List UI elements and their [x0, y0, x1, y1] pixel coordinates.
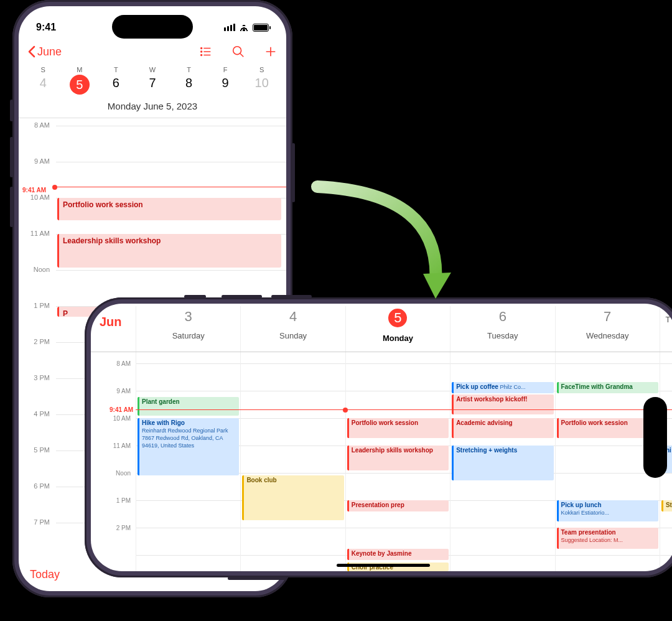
volume-button	[10, 137, 13, 177]
calendar-event[interactable]: Artist workshop kickoff!	[452, 395, 553, 414]
calendar-event[interactable]: Academic advising	[452, 418, 553, 438]
power-button	[228, 577, 287, 580]
calendar-event[interactable]: Book club	[242, 475, 343, 520]
day-number: 10	[243, 76, 280, 90]
dynamic-island	[112, 15, 193, 39]
time-column: 8 AM9 AM10 AM11 AMNoon1 PM2 PM9:41 AM	[91, 352, 136, 571]
event-title: Team presentation	[561, 529, 616, 536]
day-column-header[interactable]: 3Saturday	[136, 306, 240, 352]
day-column[interactable]: Pick up coffee Philz Co...Artist worksho…	[450, 352, 554, 571]
event-title: Student	[666, 502, 672, 508]
dow-label: M	[62, 66, 98, 73]
status-icons	[224, 24, 269, 32]
hour-label: 1 PM	[20, 302, 50, 309]
calendar-event[interactable]: Leadership skills workshop	[57, 234, 281, 268]
day-column-header[interactable]: 5Monday	[345, 306, 450, 352]
back-button[interactable]: June	[27, 45, 62, 58]
day-number: 6	[98, 76, 134, 90]
event-subtitle: Reinhardt Redwood Regional Park 7867 Red…	[142, 427, 228, 449]
svg-point-6	[233, 47, 241, 55]
hour-label: 10 AM	[113, 415, 131, 422]
day-number: 7	[134, 76, 171, 90]
calendar-event[interactable]: Pick up lunchKokkari Estiatorio...	[557, 500, 658, 521]
day-number: 9	[207, 76, 244, 90]
day-number: 3	[136, 309, 240, 325]
hour-label: 7 PM	[20, 518, 50, 526]
volume-button	[222, 295, 262, 298]
week-day-cell[interactable]: W7	[134, 66, 171, 95]
day-number: 4	[25, 76, 62, 90]
now-label: 9:41 AM	[108, 406, 134, 413]
event-subtitle: Philz Co...	[498, 384, 526, 390]
dow-label: T	[170, 66, 207, 73]
calendar-event[interactable]: Plant garden	[138, 397, 239, 416]
week-day-cell[interactable]: S10	[243, 66, 280, 95]
day-column-header[interactable]: 4Sunday	[240, 306, 345, 352]
calendar-event[interactable]: Portfolio work session	[347, 418, 449, 438]
event-title: Book club	[246, 477, 276, 483]
now-indicator	[55, 187, 286, 187]
calendar-event[interactable]: Team presentationSuggested Location: M..…	[557, 528, 658, 549]
event-title: Presentation prep	[352, 502, 404, 508]
hour-label: 9 AM	[20, 157, 50, 165]
day-name: Monday	[346, 334, 450, 343]
today-button[interactable]: Today	[30, 568, 60, 581]
calendar-event[interactable]: Leadership skills workshop	[347, 446, 449, 470]
month-label[interactable]: Jun	[91, 306, 136, 352]
hour-label: 9 AM	[116, 388, 131, 395]
week-day-cell[interactable]: F9	[207, 66, 244, 95]
event-title: Portfolio work session	[561, 419, 628, 426]
day-column[interactable]: Plant gardenHike with RigoReinhardt Redw…	[136, 352, 240, 571]
day-name: T	[660, 315, 672, 324]
day-name: Tuesday	[450, 331, 554, 340]
search-icon[interactable]	[231, 45, 245, 58]
week-header: S4M5T6W7T8F9S10	[19, 62, 286, 97]
hour-label: 2 PM	[20, 338, 50, 345]
calendar-event[interactable]: Student	[661, 500, 672, 511]
calendar-event[interactable]: Hike with RigoReinhardt Redwood Regional…	[138, 418, 239, 475]
hour-label: 6 PM	[20, 482, 50, 490]
date-label: Monday June 5, 2023	[19, 97, 286, 118]
cellular-icon	[224, 24, 235, 31]
dynamic-island	[643, 397, 667, 478]
week-day-cell[interactable]: T6	[98, 66, 134, 95]
list-icon[interactable]	[199, 45, 213, 58]
event-title: Plant garden	[142, 398, 180, 405]
event-title: Leadership skills workshop	[352, 447, 433, 454]
home-indicator[interactable]	[337, 564, 430, 567]
now-label: 9:41 AM	[22, 187, 48, 194]
event-title: Hike with Rigo	[142, 419, 185, 426]
landscape-screen: Jun 3Saturday4Sunday5Monday6Tuesday7Wedn…	[91, 304, 672, 571]
calendar-event[interactable]: FaceTime with Grandma	[557, 382, 658, 393]
add-icon[interactable]	[264, 45, 278, 58]
calendar-event[interactable]: Portfolio work session	[57, 198, 281, 220]
day-column[interactable]: Book club	[240, 352, 345, 571]
week-grid[interactable]: 8 AM9 AM10 AM11 AMNoon1 PM2 PM9:41 AM Pl…	[91, 352, 672, 571]
battery-icon	[253, 24, 269, 32]
hour-label: 10 AM	[20, 194, 50, 201]
phone-landscape-frame: Jun 3Saturday4Sunday5Monday6Tuesday7Wedn…	[85, 297, 672, 577]
dow-label: S	[25, 66, 62, 73]
day-number: 5	[388, 309, 407, 327]
calendar-event[interactable]: Presentation prep	[347, 500, 449, 511]
hour-label: 4 PM	[20, 410, 50, 418]
event-title: Academic advising	[456, 419, 513, 426]
day-name: Wednesday	[556, 331, 660, 340]
day-number: 5	[70, 75, 90, 95]
week-day-cell[interactable]: S4	[25, 66, 62, 95]
event-subtitle: Suggested Location: M...	[561, 537, 623, 543]
calendar-event[interactable]: Stretching + weights	[452, 446, 553, 480]
day-column[interactable]: Portfolio work sessionLeadership skills …	[345, 352, 450, 571]
week-day-cell[interactable]: M5	[62, 66, 98, 95]
calendar-event[interactable]: Keynote by Jasmine	[347, 549, 449, 560]
day-column-header[interactable]: 6Tuesday	[450, 306, 554, 352]
day-column-header[interactable]: T	[660, 306, 672, 352]
day-column-header[interactable]: 7Wednesday	[555, 306, 660, 352]
svg-point-5	[201, 55, 202, 56]
volume-button	[10, 100, 13, 121]
event-title: FaceTime with Grandma	[561, 383, 633, 390]
calendar-event[interactable]: Pick up coffee Philz Co...	[452, 382, 553, 393]
status-time: 9:41	[36, 22, 56, 33]
day-number: 4	[241, 309, 345, 325]
week-day-cell[interactable]: T8	[170, 66, 207, 95]
